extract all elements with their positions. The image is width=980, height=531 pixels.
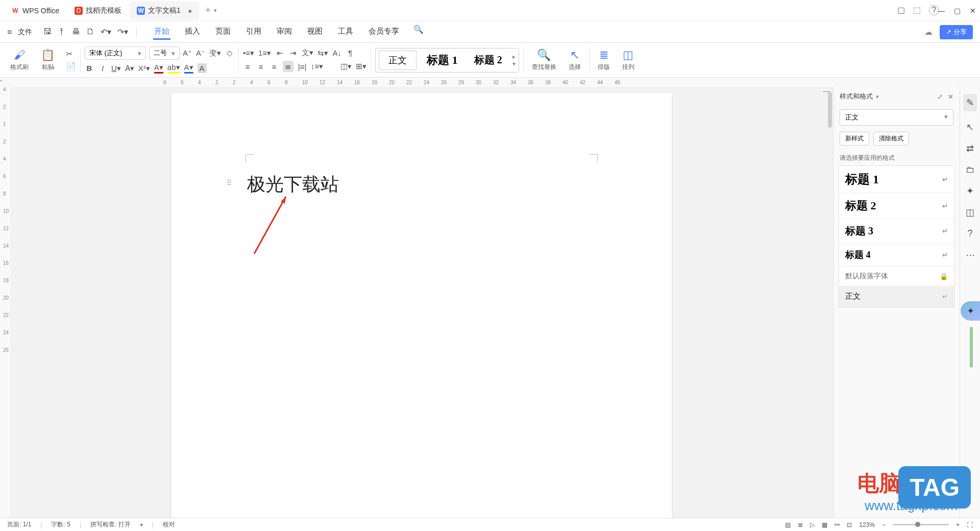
align-center-button[interactable]: ≡ bbox=[256, 62, 265, 71]
sparkle-icon[interactable]: ✦ bbox=[966, 185, 974, 197]
cut-icon[interactable]: ✂ bbox=[66, 49, 76, 59]
fit-icon[interactable]: ⊡ bbox=[847, 521, 852, 528]
vertical-ruler[interactable]: 4212468101214161820222426 bbox=[0, 87, 10, 518]
maximize-button[interactable]: ▢ bbox=[954, 7, 961, 15]
zoom-slider[interactable] bbox=[893, 524, 949, 525]
increase-indent-button[interactable]: ⇥ bbox=[288, 49, 298, 58]
bookmark-icon[interactable]: ◫ bbox=[966, 207, 974, 218]
bullets-button[interactable]: •≡▾ bbox=[243, 49, 254, 58]
ai-assistant-icon[interactable]: ✦ bbox=[961, 301, 980, 321]
more-icon[interactable]: ⋯ bbox=[966, 249, 975, 260]
collapse-panel-button[interactable]: — bbox=[823, 87, 830, 95]
view-web-icon[interactable]: ▦ bbox=[822, 521, 827, 528]
file-menu[interactable]: 文件 bbox=[18, 28, 32, 37]
decrease-indent-button[interactable]: ⇤ bbox=[275, 49, 284, 58]
style-list-item[interactable]: 标题 2↵ bbox=[839, 193, 954, 219]
chevron-down-icon[interactable]: ▾ bbox=[876, 93, 879, 100]
font-color-button[interactable]: A▾ bbox=[154, 63, 163, 74]
cloud-icon[interactable]: ☁ bbox=[924, 27, 933, 37]
select-arrow-icon[interactable]: ↖ bbox=[966, 122, 974, 133]
style-list-item[interactable]: 正文↵ bbox=[839, 286, 954, 307]
redo-icon[interactable]: ↷▾ bbox=[117, 27, 128, 37]
text-fill-button[interactable]: A▾ bbox=[184, 63, 193, 74]
device-icon[interactable]: ▢ bbox=[897, 5, 905, 15]
page-indicator[interactable]: 页面: 1/1 bbox=[7, 520, 31, 529]
vertical-scrollbar[interactable] bbox=[828, 92, 832, 128]
spellcheck-status[interactable]: 拼写检查: 打开 bbox=[90, 520, 131, 529]
menu-view[interactable]: 视图 bbox=[306, 25, 324, 40]
align-left-button[interactable]: ≡ bbox=[243, 62, 252, 71]
proof-status[interactable]: 校对 bbox=[163, 520, 175, 529]
cube-icon[interactable]: ⬚ bbox=[913, 5, 921, 15]
tab-templates[interactable]: D 找稻壳模板 bbox=[67, 2, 129, 20]
tab-document[interactable]: W 文字文稿1 ● bbox=[130, 2, 199, 20]
word-count[interactable]: 字数: 5 bbox=[51, 520, 70, 529]
undo-icon[interactable]: ↶▾ bbox=[101, 27, 111, 37]
new-style-button[interactable]: 新样式 bbox=[840, 132, 869, 146]
italic-button[interactable]: I bbox=[98, 64, 107, 73]
view-read-icon[interactable]: ▷ bbox=[810, 521, 815, 528]
tab-app[interactable]: W WPS Office bbox=[4, 2, 66, 20]
tab-list-dropdown[interactable]: ▾ bbox=[214, 7, 217, 14]
char-shading-button[interactable]: A bbox=[198, 63, 207, 73]
print-preview-icon[interactable]: 🗋 bbox=[86, 27, 94, 37]
view-outline-icon[interactable]: ≣ bbox=[798, 521, 803, 528]
border-button[interactable]: ⊞▾ bbox=[356, 62, 366, 71]
avatar-icon[interactable]: ? bbox=[929, 5, 939, 15]
find-replace-button[interactable]: 🔍 查找替换 bbox=[528, 49, 560, 71]
shading-button[interactable]: ◫▾ bbox=[340, 62, 352, 71]
show-marks-button[interactable]: ¶ bbox=[346, 49, 355, 57]
menu-tools[interactable]: 工具 bbox=[337, 25, 354, 40]
close-icon[interactable]: ● bbox=[188, 7, 192, 15]
style-list-item[interactable]: 标题 3↵ bbox=[839, 219, 954, 244]
toolbox-icon[interactable]: 🗀 bbox=[966, 164, 975, 175]
search-icon[interactable]: 🔍 bbox=[413, 25, 424, 40]
zoom-level[interactable]: 123% bbox=[859, 521, 875, 528]
zoom-out-button[interactable]: − bbox=[882, 521, 886, 528]
help-icon[interactable]: ? bbox=[967, 228, 972, 239]
export-icon[interactable]: ⭱ bbox=[58, 27, 66, 37]
highlight-button[interactable]: ab▾ bbox=[167, 63, 180, 74]
pencil-icon[interactable]: ✎ bbox=[963, 94, 977, 111]
clear-format-button[interactable]: 清除格式 bbox=[873, 132, 909, 146]
style-more-button[interactable]: ▸▾ bbox=[512, 53, 516, 67]
print-icon[interactable]: 🖶 bbox=[72, 27, 80, 37]
style-gallery[interactable]: 正文 标题 1 标题 2 ▸▾ bbox=[375, 48, 519, 73]
style-heading2[interactable]: 标题 2 bbox=[468, 50, 508, 70]
style-list-item[interactable]: 默认段落字体🔒 bbox=[839, 267, 954, 286]
format-painter-button[interactable]: 🖌 格式刷 bbox=[6, 49, 33, 71]
phonetic-icon[interactable]: 变▾ bbox=[209, 49, 221, 58]
justify-button[interactable]: ≣ bbox=[283, 61, 293, 72]
menu-reference[interactable]: 引用 bbox=[245, 25, 262, 40]
clear-format-icon[interactable]: ◇ bbox=[225, 49, 234, 58]
distributed-button[interactable]: |≡| bbox=[298, 62, 307, 71]
superscript-button[interactable]: X²▾ bbox=[138, 64, 150, 73]
menu-insert[interactable]: 插入 bbox=[184, 25, 201, 40]
settings-icon[interactable]: ⇄ bbox=[966, 143, 974, 154]
style-list-item[interactable]: 标题 4↵ bbox=[839, 244, 954, 267]
document-page[interactable]: ⠿ 极光下载站 bbox=[172, 93, 672, 518]
view-page-icon[interactable]: ▤ bbox=[785, 521, 791, 528]
style-heading1[interactable]: 标题 1 bbox=[421, 50, 464, 71]
underline-button[interactable]: U▾ bbox=[111, 64, 121, 73]
paragraph-handle-icon[interactable]: ⠿ bbox=[227, 179, 232, 187]
font-size-select[interactable]: 二号▾ bbox=[149, 46, 180, 60]
save-icon[interactable]: 🖫 bbox=[43, 27, 52, 37]
sort-button[interactable]: A↓ bbox=[332, 49, 341, 57]
menu-member[interactable]: 会员专享 bbox=[368, 25, 400, 40]
copy-icon[interactable]: 📄 bbox=[66, 62, 76, 71]
numbering-button[interactable]: 1≡▾ bbox=[258, 49, 271, 58]
layout-button[interactable]: ≣ 排版 bbox=[594, 49, 614, 71]
zoom-in-button[interactable]: + bbox=[956, 521, 960, 528]
new-tab-button[interactable]: + bbox=[205, 5, 211, 16]
style-normal[interactable]: 正文 bbox=[379, 51, 416, 70]
share-button[interactable]: ↗ 分享 bbox=[940, 25, 973, 39]
style-list-item[interactable]: 标题 1↵ bbox=[839, 166, 954, 193]
line-spacing-button[interactable]: ↕≡▾ bbox=[311, 62, 323, 71]
menu-review[interactable]: 审阅 bbox=[276, 25, 293, 40]
horizontal-ruler[interactable]: ⌐ 86422468101214161820222426283032343638… bbox=[0, 78, 980, 87]
close-button[interactable]: ✕ bbox=[970, 7, 976, 15]
select-button[interactable]: ↖ 选择 bbox=[565, 49, 585, 71]
menu-page[interactable]: 页面 bbox=[214, 25, 232, 40]
decrease-font-icon[interactable]: A⁻ bbox=[196, 49, 205, 58]
